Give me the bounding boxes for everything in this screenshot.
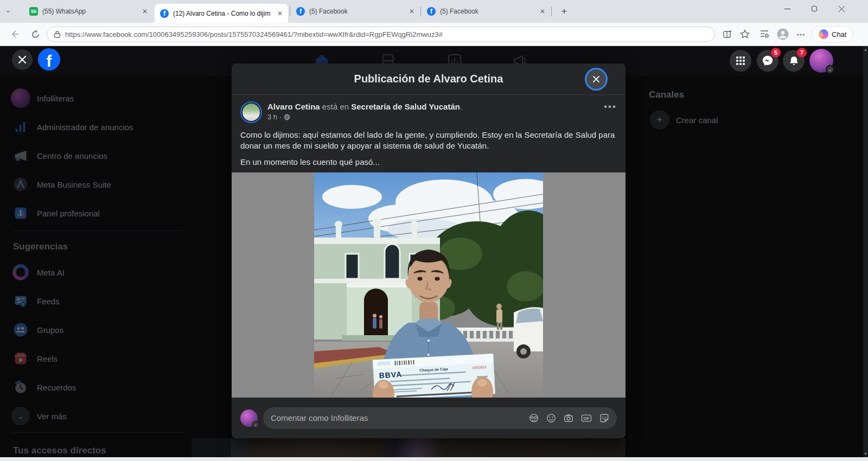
back-icon	[10, 29, 20, 39]
sidebar-item-ads-center[interactable]: Centro de anuncios	[4, 142, 191, 170]
channels-section-title: Canales	[649, 89, 684, 100]
browser-toolbar: https://www.facebook.com/100063495259306…	[0, 23, 868, 46]
tab-title: (5) Facebook	[440, 8, 535, 15]
sidebar-item-label: Recuerdos	[37, 383, 76, 392]
sidebar-item-meta-ai[interactable]: Meta AI	[4, 258, 191, 286]
tab-close-icon[interactable]: ✕	[142, 8, 148, 15]
viewer-close-button[interactable]	[12, 49, 33, 70]
meta-business-icon	[11, 175, 30, 194]
sidebar-item-meta-business-suite[interactable]: Meta Business Suite	[4, 170, 191, 199]
camera-icon[interactable]	[564, 413, 573, 423]
commenter-avatar[interactable]: ⌄	[240, 409, 258, 427]
tab-title: (55) WhatsApp	[42, 8, 138, 15]
header-messenger-button[interactable]: 5	[757, 50, 778, 72]
browser-profile-avatar[interactable]	[776, 27, 790, 41]
close-icon	[839, 6, 845, 12]
site-info-lock-icon	[54, 30, 61, 38]
split-screen-icon	[723, 30, 732, 39]
scroll-up-arrow[interactable]: ▲	[864, 48, 867, 52]
tab-separator	[551, 7, 552, 16]
post-photo[interactable]: BBVA Cheque de Caja 0002632	[314, 172, 543, 398]
header-profile-avatar[interactable]: ⌄	[809, 49, 833, 73]
sidebar-item-professional-dashboard[interactable]: Panel profesional	[4, 199, 191, 227]
post-time[interactable]: 3 h	[267, 113, 277, 121]
profile-icon	[777, 28, 789, 40]
close-icon	[592, 75, 601, 84]
sidebar-divider	[13, 432, 182, 433]
tab-facebook-post[interactable]: f (12) Alvaro Cetina - Como lo dijim ✕	[155, 4, 288, 23]
browser-menu-button[interactable]: ⋯	[794, 27, 808, 41]
url-text: https://www.facebook.com/100063495259306…	[65, 30, 443, 39]
facebook-logo[interactable]: f	[38, 48, 60, 71]
page-scrollbar[interactable]: ▲ ▼	[863, 46, 868, 457]
copilot-icon	[819, 29, 828, 39]
tab-whatsapp[interactable]: 55 (55) WhatsApp ✕	[24, 0, 153, 23]
scroll-down-arrow[interactable]: ▼	[864, 452, 867, 456]
sidebar-item-label: Grupos	[37, 325, 63, 335]
groups-icon	[11, 320, 30, 340]
collections-button[interactable]	[757, 27, 771, 41]
window-bottom-edge	[0, 457, 868, 461]
author-name-link[interactable]: Alvaro Cetina	[267, 102, 320, 111]
author-avatar[interactable]	[240, 101, 262, 123]
svg-text:GIF: GIF	[583, 417, 589, 420]
sidebar-item-reels[interactable]: Reels	[4, 344, 191, 373]
emoji-icon[interactable]	[546, 413, 556, 423]
comment-placeholder: Comentar como Infolliteras	[271, 413, 522, 422]
tab-facebook-3[interactable]: f (5) Facebook ✕	[422, 0, 551, 23]
split-screen-button[interactable]	[720, 27, 735, 41]
tab-close-icon[interactable]: ✕	[277, 10, 283, 17]
back-button[interactable]	[8, 27, 22, 41]
sidebar-item-ads-manager[interactable]: Administrador de anuncios	[4, 113, 191, 141]
post-options-button[interactable]: •••	[604, 101, 617, 112]
tab-close-icon[interactable]: ✕	[409, 8, 414, 15]
new-tab-button[interactable]: +	[558, 5, 571, 18]
sidebar-item-see-more[interactable]: ⌄ Ver más	[4, 402, 191, 430]
create-channel-button[interactable]: + Crear canal	[650, 110, 718, 130]
gif-icon[interactable]: GIF	[581, 413, 592, 423]
grid-menu-icon	[736, 56, 745, 66]
suggestions-section-title: Sugerencias	[13, 241, 68, 252]
sidebar-item-label: Ver más	[37, 412, 67, 421]
notifications-badge: 7	[797, 48, 807, 57]
url-bar[interactable]: https://www.facebook.com/100063495259306…	[47, 27, 715, 42]
sidebar-item-feeds[interactable]: Feeds	[4, 287, 191, 315]
tab-facebook-2[interactable]: f (5) Facebook ✕	[291, 0, 420, 23]
avatar-sticker-icon[interactable]	[529, 413, 539, 423]
window-close-button[interactable]	[829, 0, 854, 17]
modal-close-button[interactable]	[586, 69, 606, 89]
tab-search-button[interactable]: ⌄	[5, 7, 11, 14]
window-minimize-button[interactable]	[775, 0, 800, 17]
close-icon	[18, 55, 27, 64]
tab-title: (5) Facebook	[309, 8, 405, 15]
favorite-star-button[interactable]	[738, 27, 752, 41]
create-channel-label: Crear canal	[676, 116, 718, 125]
bell-icon	[788, 55, 800, 67]
facebook-favicon: f	[160, 9, 169, 18]
plus-icon: +	[650, 110, 669, 130]
sticker-icon[interactable]	[599, 413, 609, 423]
post-byline: Alvaro Cetina está en Secretaría de Salu…	[267, 101, 598, 112]
sidebar-item-label: Centro de anuncios	[37, 151, 107, 161]
header-menu-button[interactable]	[730, 50, 751, 72]
post-modal: Publicación de Alvaro Cetina Alvaro Ceti…	[232, 63, 626, 438]
place-link[interactable]: Secretaría de Salud Yucatán	[351, 102, 460, 111]
refresh-button[interactable]	[28, 27, 42, 41]
dimmed-photo-strip	[192, 438, 626, 457]
window-maximize-button[interactable]	[802, 0, 827, 17]
shortcuts-section-title: Tus accesos directos	[13, 445, 106, 456]
header-notifications-button[interactable]: 7	[783, 50, 805, 72]
chevron-down-icon: ⌄	[252, 421, 259, 428]
sidebar-item-groups[interactable]: Grupos	[4, 316, 191, 344]
whatsapp-favicon: 55	[29, 7, 38, 16]
sidebar-item-profile[interactable]: Infolliteras	[4, 84, 191, 112]
facebook-favicon: f	[296, 7, 305, 16]
facebook-favicon: f	[427, 7, 436, 16]
minimize-icon	[784, 6, 790, 12]
copilot-chat-button[interactable]: Chat	[812, 26, 853, 42]
tab-close-icon[interactable]: ✕	[540, 8, 545, 15]
sidebar-item-memories[interactable]: Recuerdos	[4, 373, 191, 401]
check-brand: BBVA	[379, 370, 402, 380]
comment-input[interactable]: Comentar como Infolliteras GIF	[263, 407, 617, 429]
messenger-icon	[762, 55, 774, 67]
